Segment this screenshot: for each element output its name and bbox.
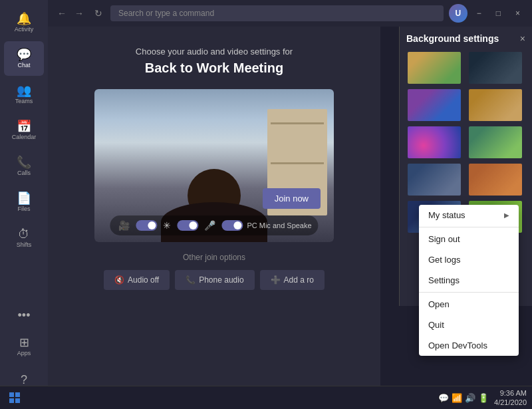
sidebar-more-button[interactable]: ••• — [13, 303, 36, 328]
sidebar-item-label-calls: Calls — [17, 170, 31, 176]
ctx-label-my-status: My status — [428, 210, 466, 220]
ctx-label-get-logs: Get logs — [428, 255, 460, 265]
audio-off-icon: 🔇 — [114, 275, 124, 285]
svg-rect-3 — [15, 398, 20, 403]
bg-thumb-2-inner — [469, 52, 522, 84]
sidebar-item-label-shifts: Shifts — [17, 241, 32, 248]
chat-icon: 💬 — [17, 49, 31, 61]
sidebar-item-chat[interactable]: 💬 Chat — [4, 41, 44, 76]
taskbar-battery-icon[interactable]: 🔋 — [478, 393, 489, 403]
sidebar-item-activity[interactable]: 🔔 Activity — [4, 5, 44, 40]
taskbar-clock[interactable]: 9:36 AM 4/21/2020 — [494, 388, 527, 408]
minimize-button[interactable]: − — [471, 6, 487, 21]
add-room-icon: ➕ — [271, 275, 281, 285]
taskbar-volume-icon[interactable]: 🔊 — [465, 393, 475, 403]
bg-panel-header: Background settings × — [406, 33, 525, 44]
sidebar-item-calls[interactable]: 📞 Calls — [4, 149, 44, 184]
bg-panel-title: Background settings — [406, 33, 499, 44]
add-room-label: Add a ro — [284, 275, 314, 285]
shifts-icon: ⏱ — [18, 228, 30, 240]
bg-thumb-2[interactable] — [467, 51, 523, 85]
svg-rect-0 — [9, 392, 14, 397]
sidebar-item-label-files: Files — [17, 205, 30, 212]
ctx-item-my-status[interactable]: My status ▶ — [419, 205, 519, 225]
apps-icon: ⊞ — [19, 337, 29, 348]
blur-toggle[interactable] — [177, 220, 198, 231]
bg-thumb-4[interactable] — [467, 88, 523, 122]
audio-device-label: PC Mic and Speake — [247, 221, 311, 229]
bg-thumb-7[interactable] — [406, 162, 462, 197]
files-icon: 📄 — [17, 192, 31, 204]
search-input[interactable] — [110, 5, 444, 21]
sidebar-item-label-teams: Teams — [15, 98, 33, 104]
svg-rect-1 — [15, 392, 20, 397]
ctx-item-open-devtools[interactable]: Open DevTools — [419, 335, 519, 356]
bg-thumb-3-inner — [408, 89, 461, 121]
ctx-label-quit: Quit — [428, 320, 444, 330]
ctx-item-settings[interactable]: Settings — [419, 270, 519, 291]
help-icon: ? — [21, 374, 27, 386]
teams-icon: 👥 — [17, 84, 31, 96]
bottom-controls: 🔇 Audio off 📞 Phone audio ➕ Add a ro — [104, 270, 325, 290]
ctx-label-open-devtools: Open DevTools — [428, 341, 487, 350]
taskbar-network-icon[interactable]: 📶 — [452, 393, 462, 403]
controls-bar: 🎥 ✳ 🎤 PC Mic and Speake — [110, 215, 318, 235]
bg-thumb-7-inner — [408, 164, 461, 196]
context-menu: My status ▶ Sign out Get logs Settings O… — [419, 205, 519, 356]
sidebar-item-teams[interactable]: 👥 Teams — [4, 77, 44, 112]
ctx-item-get-logs[interactable]: Get logs — [419, 249, 519, 270]
taskbar-time-display: 9:36 AM — [494, 388, 527, 398]
bg-thumb-1-inner — [408, 52, 461, 84]
sidebar-item-apps[interactable]: ⊞ Apps — [4, 329, 44, 364]
bg-thumb-8[interactable] — [467, 162, 523, 197]
join-button[interactable]: Join now — [263, 188, 321, 209]
bg-thumb-4-inner — [469, 89, 522, 121]
audio-off-button[interactable]: 🔇 Audio off — [104, 270, 170, 290]
meeting-title: Back to Work Meeting — [145, 61, 284, 76]
bg-thumb-8-inner — [469, 164, 522, 196]
bg-thumb-5[interactable] — [406, 125, 462, 160]
bg-panel-close-button[interactable]: × — [520, 33, 525, 44]
refresh-button[interactable]: ↻ — [92, 7, 105, 20]
ctx-arrow-my-status: ▶ — [504, 211, 509, 219]
sidebar-item-calendar[interactable]: 📅 Calendar — [4, 113, 44, 148]
avatar[interactable]: U — [449, 4, 467, 23]
camera-icon: 🎥 — [116, 218, 132, 233]
taskbar: 💬 📶 🔊 🔋 9:36 AM 4/21/2020 — [0, 386, 532, 409]
mic-icon: 🎤 — [202, 218, 217, 233]
taskbar-teams-icon[interactable]: 💬 — [438, 393, 449, 403]
phone-audio-button[interactable]: 📞 Phone audio — [175, 270, 254, 290]
ctx-item-sign-out[interactable]: Sign out — [419, 229, 519, 249]
svg-rect-2 — [9, 398, 14, 403]
bg-thumb-1[interactable] — [406, 51, 462, 85]
audio-off-label: Audio off — [128, 275, 159, 285]
ctx-item-open[interactable]: Open — [419, 294, 519, 315]
blur-icon: ✳ — [161, 218, 173, 233]
bg-thumb-6-inner — [469, 126, 522, 158]
sidebar-item-shifts[interactable]: ⏱ Shifts — [4, 221, 44, 255]
mic-toggle[interactable] — [221, 220, 243, 231]
bg-thumb-3[interactable] — [406, 88, 462, 122]
maximize-button[interactable]: □ — [491, 6, 506, 21]
taskbar-app-windows[interactable] — [5, 388, 24, 407]
calls-icon: 📞 — [17, 156, 31, 168]
sidebar-item-files[interactable]: 📄 Files — [4, 185, 44, 219]
ctx-separator-2 — [419, 292, 519, 293]
sidebar-item-label-activity: Activity — [15, 26, 34, 33]
forward-button[interactable]: → — [72, 7, 86, 20]
add-room-button[interactable]: ➕ Add a ro — [260, 270, 325, 290]
taskbar-system-icons: 💬 📶 🔊 🔋 — [438, 393, 489, 403]
main-content: Choose your audio and video settings for… — [48, 27, 380, 409]
calendar-icon: 📅 — [17, 120, 31, 132]
bg-thumb-5-inner — [408, 126, 461, 158]
close-button[interactable]: × — [510, 6, 525, 21]
taskbar-apps — [5, 388, 24, 407]
camera-toggle[interactable] — [136, 220, 157, 231]
ctx-item-quit[interactable]: Quit — [419, 315, 519, 335]
other-join-options: Other join options — [183, 253, 245, 262]
bg-thumb-6[interactable] — [467, 125, 523, 160]
phone-audio-label: Phone audio — [199, 275, 243, 285]
ctx-label-sign-out: Sign out — [428, 234, 460, 244]
back-button[interactable]: ← — [55, 7, 69, 20]
titlebar-nav: ← → — [55, 7, 86, 20]
